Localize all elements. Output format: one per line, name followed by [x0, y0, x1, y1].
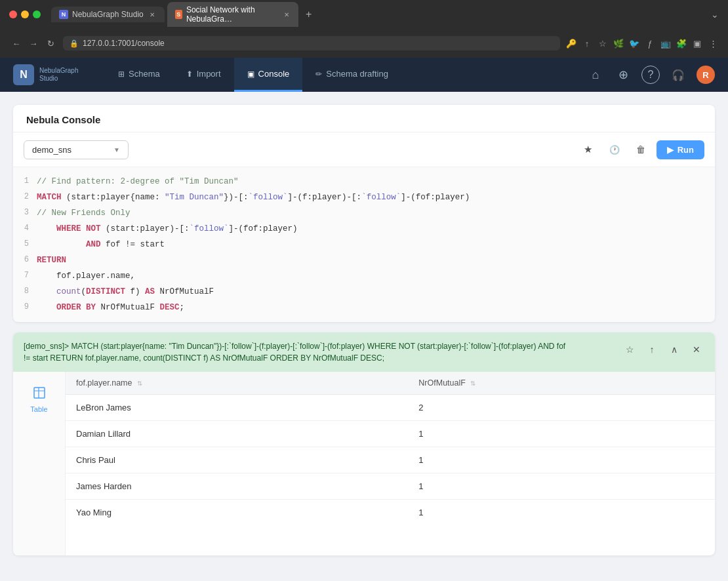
row1-name: LeBron James [66, 395, 408, 421]
nav-item-schema-label: Schema [129, 69, 160, 79]
row2-name: Damian Lillard [66, 421, 408, 447]
back-button[interactable]: ← [9, 36, 24, 50]
bookmark-icon[interactable]: ☆ [597, 37, 609, 49]
table-row: Damian Lillard 1 [66, 421, 715, 447]
table-row: Yao Ming 1 [66, 500, 715, 526]
nav-item-console[interactable]: ▣ Console [234, 58, 303, 92]
star-button[interactable]: ★ [578, 139, 599, 160]
headset-button[interactable]: 🎧 [669, 66, 687, 84]
app-header: N NebulaGraph Studio ⊞ Schema ⬆ Import ▣… [0, 58, 728, 92]
code-line-9: 9 ORDER BY NrOfMutualF DESC; [13, 300, 715, 315]
result-col-name: fof.player.name ⇅ [66, 372, 408, 395]
sort-icon-count[interactable]: ⇅ [470, 380, 475, 387]
help-button[interactable]: ? [641, 66, 660, 84]
tab-label-2: Social Network with NebulaGra… [186, 5, 279, 24]
extension-icon-5[interactable]: 🧩 [676, 37, 687, 49]
tab-close-2[interactable]: ✕ [283, 10, 291, 19]
logo-icon: N [13, 64, 34, 85]
browser-tab-2[interactable]: S Social Network with NebulaGra… ✕ [167, 2, 298, 27]
app: N NebulaGraph Studio ⊞ Schema ⬆ Import ▣… [0, 58, 728, 581]
extension-icon-3[interactable]: ƒ [644, 37, 656, 49]
history-button[interactable]: 🕐 [604, 139, 625, 160]
close-window-button[interactable] [9, 10, 17, 18]
browser-expand-icon[interactable]: ⌄ [711, 9, 719, 20]
code-line-3: 3 // New Friends Only [13, 205, 715, 221]
console-toolbar: demo_sns ▼ ★ 🕐 🗑 ▶ Run [13, 132, 715, 167]
result-table-wrapper: fof.player.name ⇅ NrOfMutualF ⇅ [66, 372, 715, 555]
code-line-7: 7 fof.player.name, [13, 268, 715, 284]
schema-icon: ⊞ [118, 70, 125, 79]
delete-button[interactable]: 🗑 [630, 139, 651, 160]
space-selector-value: demo_sns [32, 145, 71, 155]
extension-icon-4[interactable]: 📺 [660, 37, 672, 49]
space-selector[interactable]: demo_sns ▼ [24, 140, 129, 159]
browser-tab-1[interactable]: N NebulaGraph Studio ✕ [51, 7, 165, 22]
browser-tabs: N NebulaGraph Studio ✕ S Social Network … [51, 2, 706, 27]
logo-text: NebulaGraph Studio [39, 67, 78, 83]
row3-count: 1 [408, 447, 715, 473]
query-collapse-button[interactable]: ∧ [666, 342, 682, 357]
share-icon[interactable]: ↑ [581, 37, 593, 49]
result-table-head: fof.player.name ⇅ NrOfMutualF ⇅ [66, 372, 715, 395]
sort-icon-name[interactable]: ⇅ [137, 380, 142, 387]
github-button[interactable]: ⌂ [586, 66, 605, 84]
result-tab-table[interactable]: Table [13, 380, 65, 420]
forward-button[interactable]: → [26, 36, 41, 50]
drafting-icon: ✏ [315, 70, 322, 79]
tab-close-1[interactable]: ✕ [148, 10, 157, 19]
address-bar[interactable]: 🔒 127.0.0.1:7001/console [63, 36, 560, 50]
space-selector-arrow: ▼ [113, 146, 120, 153]
code-line-8: 8 count(DISTINCT f) AS NrOfMutualF [13, 284, 715, 300]
result-table-header-row: fof.player.name ⇅ NrOfMutualF ⇅ [66, 372, 715, 395]
traffic-lights [9, 10, 41, 18]
row2-count: 1 [408, 421, 715, 447]
query-export-button[interactable]: ↑ [644, 342, 660, 357]
browser-toolbar-icons: 🔑 ↑ ☆ 🌿 🐦 ƒ 📺 🧩 ▣ ⋮ [565, 37, 719, 49]
sidebar-icon[interactable]: ▣ [691, 37, 703, 49]
browser-nav-buttons: ← → ↻ [9, 36, 58, 50]
code-line-1: 1 // Find pattern: 2-degree of "Tim Dunc… [13, 174, 715, 190]
browser-chrome: N NebulaGraph Studio ✕ S Social Network … [0, 0, 728, 58]
code-line-2: 2 MATCH (start:player{name: "Tim Duncan"… [13, 190, 715, 205]
query-info-actions: ☆ ↑ ∧ ✕ [622, 340, 704, 357]
run-label: Run [677, 145, 694, 155]
new-tab-button[interactable]: + [301, 7, 317, 22]
row1-count: 2 [408, 395, 715, 421]
console-title: Nebula Console [26, 114, 702, 125]
table-row: Chris Paul 1 [66, 447, 715, 473]
result-table: fof.player.name ⇅ NrOfMutualF ⇅ [66, 372, 715, 525]
query-star-button[interactable]: ☆ [622, 342, 637, 357]
tab-favicon-1: N [59, 10, 68, 19]
browser-titlebar: N NebulaGraph Studio ✕ S Social Network … [0, 0, 728, 29]
maximize-window-button[interactable] [33, 10, 41, 18]
nav-item-schema-drafting[interactable]: ✏ Schema drafting [302, 58, 401, 92]
query-close-button[interactable]: ✕ [689, 342, 704, 357]
svg-rect-0 [34, 388, 45, 398]
more-icon[interactable]: ⋮ [707, 37, 719, 49]
minimize-window-button[interactable] [21, 10, 29, 18]
row4-name: James Harden [66, 473, 408, 500]
key-icon[interactable]: 🔑 [565, 37, 577, 49]
table-row: LeBron James 2 [66, 395, 715, 421]
code-line-4: 4 WHERE NOT (start:player)-[:`follow`]-(… [13, 221, 715, 237]
code-line-6: 6 RETURN [13, 252, 715, 268]
query-info-bar: [demo_sns]> MATCH (start:player{name: "T… [13, 332, 715, 372]
import-icon: ⬆ [186, 70, 193, 79]
row5-count: 1 [408, 500, 715, 526]
extension-icon-2[interactable]: 🐦 [628, 37, 640, 49]
logo-line1: NebulaGraph [39, 67, 78, 75]
console-icon: ▣ [247, 70, 254, 79]
run-button[interactable]: ▶ Run [657, 140, 704, 159]
refresh-button[interactable]: ↻ [43, 36, 58, 50]
globe-button[interactable]: ⊕ [614, 66, 632, 84]
user-avatar[interactable]: R [697, 66, 715, 84]
row3-name: Chris Paul [66, 447, 408, 473]
code-editor[interactable]: 1 // Find pattern: 2-degree of "Tim Dunc… [13, 167, 715, 322]
nav-item-import[interactable]: ⬆ Import [173, 58, 234, 92]
tab-favicon-2: S [175, 10, 182, 19]
row5-name: Yao Ming [66, 500, 408, 526]
extension-icon-1[interactable]: 🌿 [613, 37, 624, 49]
nav-item-console-label: Console [258, 69, 290, 79]
nav-item-import-label: Import [197, 69, 221, 79]
nav-item-schema[interactable]: ⊞ Schema [105, 58, 173, 92]
